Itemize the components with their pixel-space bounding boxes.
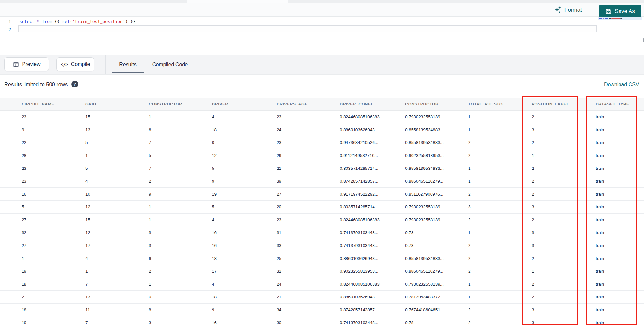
table-cell: 0.8558139534883... xyxy=(401,136,464,149)
table-cell: 23 xyxy=(18,175,81,187)
table-cell: 3 xyxy=(464,201,528,213)
table-cell: 39 xyxy=(273,175,336,187)
table-cell: 0.7413793103448... xyxy=(336,316,401,328)
format-button[interactable]: Format xyxy=(554,5,582,15)
save-as-button[interactable]: Save As xyxy=(599,5,641,18)
table-cell: 0 xyxy=(208,136,273,149)
table-cell: 3 xyxy=(145,226,208,239)
table-cell: 3 xyxy=(145,239,208,252)
help-icon[interactable]: ? xyxy=(71,81,78,87)
table-cell: 0.8860103626943... xyxy=(336,252,401,265)
table-cell: 9 xyxy=(145,188,208,200)
table-cell: 34 xyxy=(273,304,336,316)
sql-code-editor[interactable]: 1 2 select * from {{ ref('train_test_pos… xyxy=(0,17,644,55)
table-cell: 0.9473684210526... xyxy=(336,136,401,149)
table-cell: 5 xyxy=(18,201,81,213)
table-cell: 3 xyxy=(145,316,208,328)
table-cell: 0.8035714285714... xyxy=(336,201,401,213)
table-cell: 0.8860465116279... xyxy=(401,175,464,187)
table-cell: 0.7674418604651... xyxy=(401,304,464,316)
table-cell: 5 xyxy=(208,162,273,175)
table-cell: 27 xyxy=(18,214,81,226)
table-cell: 21 xyxy=(273,291,336,303)
tab-strip-divider xyxy=(288,0,288,3)
table-cell: 31 xyxy=(273,226,336,239)
table-cell: 17 xyxy=(208,265,273,278)
minimap-token xyxy=(605,18,608,19)
table-cell: 11 xyxy=(81,304,145,316)
table-cell: 13 xyxy=(81,123,145,136)
minimap-token xyxy=(620,18,622,19)
table-cell: 24 xyxy=(273,278,336,290)
column-header: GRID xyxy=(81,98,145,110)
table-cell: 0.9023255813953... xyxy=(401,149,464,162)
table-cell: 27 xyxy=(18,239,81,252)
table-cell: 23 xyxy=(273,214,336,226)
table-cell: 22 xyxy=(18,136,81,149)
table-cell: 5 xyxy=(81,162,145,175)
table-cell: 1 xyxy=(81,149,145,162)
table-cell: 5 xyxy=(145,149,208,162)
line-number-2: 2 xyxy=(0,25,11,33)
table-cell: 1 xyxy=(464,123,528,136)
active-tab-edge xyxy=(187,0,288,3)
table-cell: 6 xyxy=(145,123,208,136)
column-header: DRIVER xyxy=(208,98,273,110)
table-cell: 10 xyxy=(81,188,145,200)
table-cell: 4 xyxy=(208,111,273,123)
table-cell: 8 xyxy=(145,304,208,316)
sql-operator: * xyxy=(37,19,42,24)
table-cell: 32 xyxy=(273,265,336,278)
table-cell: 2 xyxy=(464,316,528,328)
table-cell: 2 xyxy=(464,304,528,316)
code-line-1[interactable]: select * from {{ ref('train_test_positio… xyxy=(19,17,615,25)
minimap-token xyxy=(603,18,604,19)
table-cell: 2 xyxy=(464,188,528,200)
table-cell: 16 xyxy=(208,316,273,328)
table-cell: 0.8511627906976... xyxy=(401,188,464,200)
table-cell: 2 xyxy=(464,136,528,149)
sql-keyword: select xyxy=(19,19,37,24)
table-cell: 28 xyxy=(18,149,81,162)
compile-button[interactable]: </> Compile xyxy=(56,57,94,71)
tab-results-label: Results xyxy=(119,62,136,68)
table-cell: 1 xyxy=(464,291,528,303)
table-cell: 1 xyxy=(464,278,528,290)
table-cell: 18 xyxy=(208,123,273,136)
tab-compiled-code[interactable]: Compiled Code xyxy=(147,55,193,74)
table-cell: 2 xyxy=(464,265,528,278)
table-cell: 0.8860465116279... xyxy=(401,265,464,278)
table-cell: 0.78 xyxy=(401,239,464,252)
tab-results[interactable]: Results xyxy=(112,55,144,74)
column-header: DRIVER_CONFI... xyxy=(336,98,401,110)
table-cell: 1 xyxy=(145,201,208,213)
table-cell: 15 xyxy=(81,214,145,226)
table-cell: 5 xyxy=(81,136,145,149)
table-cell: 12 xyxy=(208,149,273,162)
annotation-box-dataset-type-column xyxy=(586,96,637,325)
save-as-button-label: Save As xyxy=(615,8,635,14)
table-cell: 18 xyxy=(208,291,273,303)
table-cell: 25 xyxy=(273,252,336,265)
tab-strip-divider xyxy=(90,0,90,3)
row-limit-note: Results limited to 500 rows. xyxy=(4,81,69,87)
editor-command-bar: Format Save As xyxy=(0,3,644,17)
table-cell: 0.8860103626943... xyxy=(336,123,401,136)
editor-minimap[interactable] xyxy=(598,17,642,55)
table-cell: 0.7413793103448... xyxy=(336,226,401,239)
download-csv-link[interactable]: Download CSV xyxy=(604,82,639,87)
table-cell: 15 xyxy=(81,111,145,123)
table-cell: 16 xyxy=(208,239,273,252)
minimap-token xyxy=(599,18,602,19)
table-cell: 7 xyxy=(81,316,145,328)
table-cell: 9 xyxy=(208,304,273,316)
table-cell: 1 xyxy=(464,175,528,187)
table-cell: 0.7930232558139... xyxy=(401,278,464,290)
table-cell: 30 xyxy=(273,316,336,328)
table-cell: 0.8742857142857... xyxy=(336,304,401,316)
table-cell: 0.8742857142857... xyxy=(336,175,401,187)
table-cell: 2 xyxy=(18,291,81,303)
preview-button[interactable]: Preview xyxy=(4,57,49,71)
editor-scrollbar[interactable] xyxy=(643,38,644,42)
table-cell: 2 xyxy=(145,265,208,278)
